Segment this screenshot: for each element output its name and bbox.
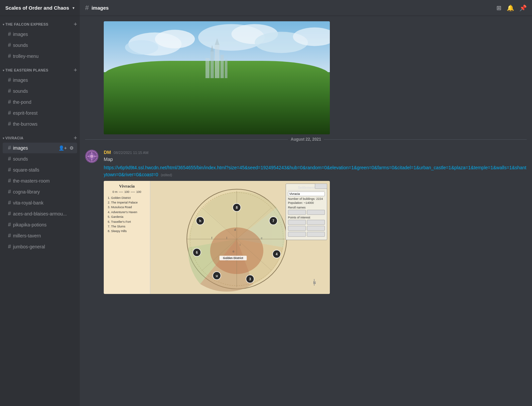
map-legend: Vivracia 0 m ── 100 ── 100 Golden Distri… [104, 181, 150, 294]
category-header-eastern-planes[interactable]: ▾THE EASTERN PLANES+ [0, 62, 80, 74]
server-header[interactable]: Scales of Order and Chaos ▾ [0, 0, 80, 16]
channel-item-aces-and-blaises-armou...[interactable]: #aces-and-blaises-armou... [3, 208, 77, 219]
channel-name: jumbos-general [13, 244, 45, 249]
channel-item-trolley-menu[interactable]: #trolley-menu [3, 51, 77, 62]
channel-item-millers-tavern[interactable]: #millers-tavern [3, 230, 77, 241]
category-eastern-planes: ▾THE EASTERN PLANES+#images#sounds#the-p… [0, 62, 80, 129]
map-district-list: Golden District The Imperial Palace Musu… [106, 196, 147, 234]
message-body: DM 08/22/2021 11:15 AM Map https://v6p9d… [104, 150, 527, 294]
hash-icon: # [8, 77, 11, 83]
svg-rect-7 [205, 58, 209, 78]
svg-text:6: 6 [196, 251, 198, 254]
hash-icon: # [8, 121, 11, 127]
channel-item-the-burrows[interactable]: #the-burrows [3, 119, 77, 129]
hash-icon: # [8, 211, 11, 217]
invite-button[interactable]: 👤+ [58, 145, 67, 151]
svg-text:Golden District: Golden District [223, 256, 243, 260]
hash-icon: # [8, 189, 11, 195]
population-stat: Population: ~14000 [288, 201, 325, 204]
channel-name: the-burrows [13, 121, 38, 127]
map-title: Vivracia [106, 184, 147, 189]
channels-icon[interactable]: ⊞ [496, 4, 501, 12]
hash-icon: # [8, 200, 11, 206]
svg-text:7: 7 [272, 219, 274, 223]
svg-point-17 [90, 155, 93, 158]
svg-text:3: 3 [249, 277, 251, 281]
clear-button[interactable]: Clear [307, 220, 325, 225]
copy-url-button[interactable]: Copy URL [288, 232, 306, 237]
channel-settings-button[interactable]: ⚙ [69, 145, 74, 151]
channel-item-vita-royal-bank[interactable]: #vita-royal-bank [3, 198, 77, 208]
channel-name: the-pond [13, 99, 31, 105]
svg-text:4: 4 [276, 252, 278, 256]
channel-item-sounds[interactable]: #sounds [3, 86, 77, 96]
add-channel-button[interactable]: + [73, 21, 77, 27]
add-channel-button[interactable]: + [73, 135, 77, 141]
town-button[interactable]: Town [288, 210, 306, 215]
overworld-button[interactable]: Overworld [307, 226, 325, 231]
sidebar-categories: ▾THE FALCON EXPRESS+#images#sounds#troll… [0, 16, 80, 252]
hash-icon: # [8, 222, 11, 228]
svg-text:N: N [313, 281, 316, 285]
hash-icon: # [8, 110, 11, 116]
channel-item-images[interactable]: #images [3, 29, 77, 40]
map-menu-button[interactable]: Menu [315, 184, 327, 189]
avatar [85, 150, 98, 163]
channel-item-images[interactable]: #images [3, 75, 77, 85]
message-content-area: August 22, 2021 [80, 16, 532, 406]
topbar-left: # images [85, 4, 109, 12]
hash-icon: # [8, 42, 11, 48]
topbar: # images ⊞ 🔔 📌 [80, 0, 532, 16]
svg-point-1 [155, 30, 195, 48]
channel-item-the-pond[interactable]: #the-pond [3, 97, 77, 107]
channel-item-esprit-forest[interactable]: #esprit-forest [3, 108, 77, 118]
channel-name: cogna-library [13, 189, 40, 195]
channel-item-cogna-library[interactable]: #cogna-library [3, 187, 77, 197]
svg-rect-12 [220, 55, 224, 78]
bell-icon[interactable]: 🔔 [507, 4, 514, 12]
channel-item-the-masters-room[interactable]: #the-masters-room [3, 176, 77, 186]
hash-icon: # [8, 31, 11, 37]
chevron-icon: ▾ [3, 23, 4, 26]
load-button[interactable]: Load [288, 220, 306, 225]
reroll-label: Reroll names [288, 206, 325, 209]
channel-name: square-stalls [13, 167, 39, 173]
channel-item-square-stalls[interactable]: #square-stalls [3, 165, 77, 175]
message-header: DM 08/22/2021 11:15 AM [104, 150, 527, 155]
svg-rect-10 [215, 45, 219, 78]
channel-item-pikapika-potions[interactable]: #pikapika-potions [3, 219, 77, 230]
svg-text:c: c [261, 236, 263, 240]
districts-button[interactable]: Districts [307, 210, 325, 215]
main-content: # images ⊞ 🔔 📌 [80, 0, 532, 406]
channel-item-sounds[interactable]: #sounds [3, 154, 77, 164]
channel-name: images [13, 145, 28, 151]
topbar-hash-icon: # [85, 4, 89, 12]
category-header-falcon-express[interactable]: ▾THE FALCON EXPRESS+ [0, 16, 80, 29]
pin-icon[interactable]: 📌 [519, 4, 527, 12]
channel-item-sounds[interactable]: #sounds [3, 40, 77, 51]
settlement-name-input[interactable] [288, 192, 325, 196]
svg-text:u: u [216, 274, 218, 278]
channel-name: sounds [13, 43, 28, 48]
add-channel-button[interactable]: + [73, 67, 77, 73]
warp-button[interactable]: Warp [288, 226, 306, 231]
channel-name: millers-tavern [13, 233, 41, 238]
channel-item-jumbos-general[interactable]: #jumbos-general [3, 241, 77, 252]
channel-actions: 👤+⚙ [58, 145, 74, 151]
channel-item-images[interactable]: #images👤+⚙ [3, 143, 77, 153]
svg-marker-9 [210, 45, 214, 52]
svg-text:d: d [234, 228, 236, 231]
channel-name: sounds [13, 156, 28, 162]
category-header-vivracia[interactable]: ▾VIVRACIA+ [0, 130, 80, 142]
num-buildings-stat: Number of buildings: 2224 [288, 197, 325, 201]
svg-marker-11 [215, 38, 219, 45]
topbar-right: ⊞ 🔔 📌 [496, 4, 527, 12]
message-text: Map [104, 156, 527, 163]
export-button[interactable]: Export as [307, 232, 325, 237]
hash-icon: # [8, 233, 11, 239]
poi-buttons-2: Warp Overworld [288, 226, 325, 231]
hash-icon: # [8, 244, 11, 250]
date-divider: August 22, 2021 [85, 137, 527, 142]
category-vivracia: ▾VIVRACIA+#images👤+⚙#sounds#square-stall… [0, 130, 80, 252]
message-timestamp: 08/22/2021 11:15 AM [114, 151, 149, 155]
